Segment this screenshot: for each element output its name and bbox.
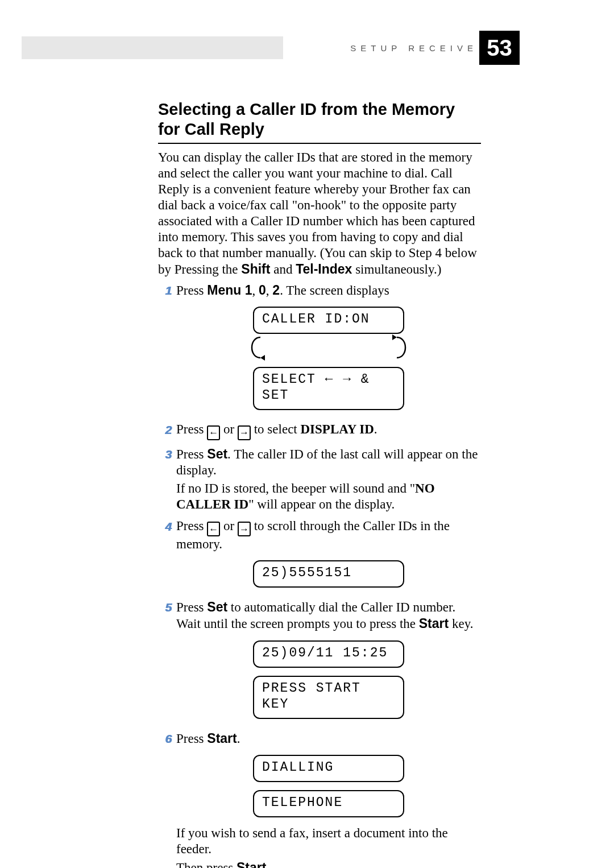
right-arrow-key-icon: →: [238, 425, 251, 440]
step-number: 2: [158, 423, 172, 437]
set-key: Set: [207, 447, 227, 461]
t: Press: [176, 731, 207, 746]
step-body: Press Start. DIALLING TELEPHONE If you w…: [176, 730, 481, 868]
step-body: Press Set to automatically dial the Call…: [176, 599, 481, 726]
t: ,: [252, 283, 259, 297]
step3-text-line1: Press Set. The caller ID of the last cal…: [176, 446, 481, 478]
step1-text: Press Menu 1, 0, 2. The screen displays: [176, 282, 481, 299]
t: Press: [176, 283, 207, 297]
t: or: [220, 422, 238, 436]
step-body: Press ← or → to scroll through the Calle…: [176, 518, 481, 596]
step6-followup-1: If you wish to send a fax, insert a docu…: [176, 825, 481, 857]
t: .: [237, 731, 240, 746]
step4-text: Press ← or → to scroll through the Calle…: [176, 518, 481, 553]
content: Selecting a Caller ID from the Memory fo…: [158, 100, 481, 868]
menu-key: Menu 1: [207, 283, 252, 297]
intro-text-post: simultaneously.): [352, 262, 441, 276]
lcd-display: TELEPHONE: [253, 790, 404, 817]
step-4: 4 Press ← or → to scroll through the Cal…: [158, 518, 481, 596]
page: SETUP RECEIVE 53 Selecting a Caller ID f…: [0, 0, 614, 868]
shift-key-label: Shift: [241, 262, 270, 276]
svg-marker-0: [260, 355, 265, 361]
step3-text-line2: If no ID is stored, the beeper will soun…: [176, 481, 481, 512]
lcd-display: SELECT ← → & SET: [253, 367, 404, 410]
lcd-display: CALLER ID:ON: [253, 307, 404, 334]
section-title: Selecting a Caller ID from the Memory fo…: [158, 100, 481, 144]
digit-0: 0: [259, 283, 266, 297]
t: Press: [176, 519, 207, 533]
start-key: Start: [237, 860, 266, 868]
lcd-group: DIALLING TELEPHONE: [176, 755, 481, 817]
header-section-label: SETUP RECEIVE: [350, 36, 478, 59]
step2-text: Press ← or → to select DISPLAY ID.: [176, 421, 481, 440]
start-key: Start: [419, 616, 449, 631]
page-number: 53: [479, 31, 520, 65]
t: Press: [176, 447, 207, 461]
t: " will appear on the display.: [248, 497, 395, 511]
t: Press: [176, 422, 207, 436]
step6-text: Press Start.: [176, 730, 481, 747]
telindex-key-label: Tel-Index: [296, 262, 352, 276]
t: .: [374, 422, 377, 436]
left-arrow-key-icon: ←: [207, 425, 220, 440]
lcd-display: DIALLING: [253, 755, 404, 782]
svg-marker-1: [392, 334, 397, 340]
step-number: 3: [158, 447, 172, 462]
left-arrow-key-icon: ←: [207, 522, 220, 536]
step-number: 5: [158, 600, 172, 615]
t: to select: [251, 422, 301, 436]
step-3: 3 Press Set. The caller ID of the last c…: [158, 446, 481, 515]
step-2: 2 Press ← or → to select DISPLAY ID.: [158, 421, 481, 443]
t: or: [220, 519, 238, 533]
step-number: 6: [158, 731, 172, 746]
lcd-display: 25)09/11 15:25: [253, 640, 404, 668]
lcd-cycle-arrows: [243, 342, 414, 359]
right-arrow-key-icon: →: [238, 522, 251, 536]
t: If no ID is stored, the beeper will soun…: [176, 481, 415, 495]
t: .: [266, 861, 269, 868]
lcd-display: PRESS START KEY: [253, 676, 404, 719]
header-bar: SETUP RECEIVE: [22, 36, 520, 59]
step5-text: Press Set to automatically dial the Call…: [176, 599, 481, 632]
t: . The screen displays: [280, 283, 389, 297]
intro-text-mid1: and: [270, 262, 296, 276]
digit-2: 2: [272, 283, 280, 297]
intro-paragraph: You can display the caller IDs that are …: [158, 150, 481, 278]
start-key: Start: [207, 731, 237, 746]
lcd-group: 25)09/11 15:25 PRESS START KEY: [176, 640, 481, 719]
t: ,: [266, 283, 273, 297]
t: Press: [176, 600, 207, 614]
lcd-group: CALLER ID:ON SELECT ← → & SET: [176, 307, 481, 410]
step-body: Press Set. The caller ID of the last cal…: [176, 446, 481, 515]
lcd-display: 25)5555151: [253, 560, 404, 588]
set-key: Set: [207, 600, 227, 614]
step-number: 1: [158, 283, 172, 298]
step-body: Press Menu 1, 0, 2. The screen displays …: [176, 282, 481, 418]
display-id-label: DISPLAY ID: [300, 422, 374, 436]
step6-followup-2: Then press Start.: [176, 859, 481, 868]
step-5: 5 Press Set to automatically dial the Ca…: [158, 599, 481, 726]
t: Then press: [176, 861, 237, 868]
step-1: 1 Press Menu 1, 0, 2. The screen display…: [158, 282, 481, 418]
intro-text-pre: You can display the caller IDs that are …: [158, 150, 477, 276]
step-6: 6 Press Start. DIALLING TELEPHONE If you…: [158, 730, 481, 868]
step-number: 4: [158, 519, 172, 534]
t: key.: [449, 617, 473, 631]
cycle-arrows-icon: [243, 332, 414, 363]
header-gray-block: [22, 36, 283, 59]
lcd-group: 25)5555151: [176, 560, 481, 588]
step-body: Press ← or → to select DISPLAY ID.: [176, 421, 481, 443]
